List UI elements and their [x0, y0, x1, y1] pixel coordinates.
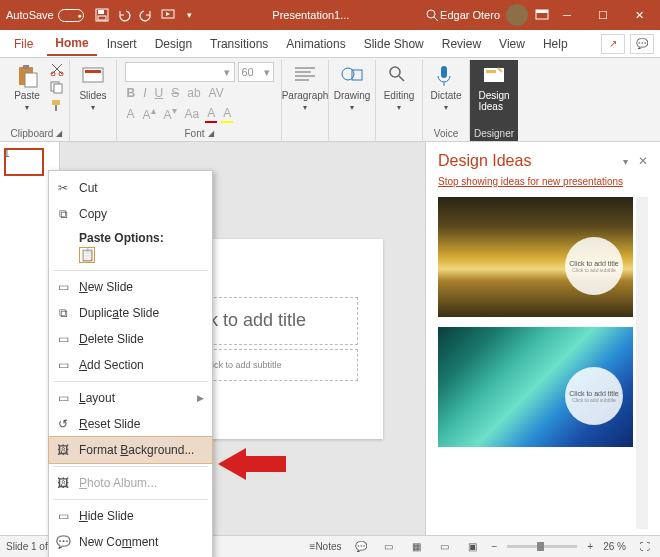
editing-button[interactable]: Editing▾ [380, 62, 418, 112]
change-case-button[interactable]: Aa [183, 106, 202, 122]
annotation-arrow [218, 444, 288, 484]
save-icon[interactable] [94, 7, 110, 23]
slide-thumbnail-1[interactable] [4, 148, 44, 176]
italic-button[interactable]: I [141, 85, 148, 101]
tab-view[interactable]: View [491, 33, 533, 55]
cm-hide-slide[interactable]: ▭Hide Slide [49, 503, 212, 529]
font-size-combo[interactable]: 60▾ [238, 62, 274, 82]
svg-line-26 [399, 76, 404, 81]
tab-file[interactable]: File [6, 33, 41, 55]
layout-icon: ▭ [55, 390, 71, 406]
cm-new-slide[interactable]: ▭New Slide [49, 274, 212, 300]
paste-options-label: Paste Options: [49, 227, 212, 245]
cm-copy[interactable]: ⧉Copy [49, 201, 212, 227]
format-bg-icon: 🖼 [55, 442, 71, 458]
notes-button[interactable]: ≡Notes [310, 541, 342, 552]
drawing-button[interactable]: Drawing▾ [333, 62, 371, 112]
zoom-out-icon[interactable]: − [492, 541, 498, 552]
group-clipboard: Paste ▾ Clipboard◢ [4, 60, 69, 141]
tab-transitions[interactable]: Transitions [202, 33, 276, 55]
minimize-button[interactable]: ─ [550, 0, 584, 30]
tab-slideshow[interactable]: Slide Show [356, 33, 432, 55]
scissors-icon: ✂ [55, 180, 71, 196]
svg-rect-15 [52, 100, 60, 105]
svg-rect-14 [54, 84, 62, 93]
ribbon-tabs: File Home Insert Design Transitions Anim… [0, 30, 660, 58]
redo-icon[interactable] [138, 7, 154, 23]
stop-showing-link[interactable]: Stop showing ideas for new presentations [438, 176, 648, 187]
scrollbar-thumb[interactable] [637, 197, 647, 267]
reading-view-icon[interactable]: ▭ [436, 540, 454, 554]
cut-icon[interactable] [49, 62, 65, 76]
design-suggestion-3[interactable] [438, 457, 633, 529]
comments-icon[interactable]: 💬 [352, 540, 370, 554]
normal-view-icon[interactable]: ▭ [380, 540, 398, 554]
slides-button[interactable]: Slides ▾ [74, 62, 112, 112]
shadow-button[interactable]: ab [185, 85, 202, 101]
ribbon-display-icon[interactable] [534, 7, 550, 23]
paragraph-icon [293, 64, 317, 88]
chevron-down-icon[interactable]: ▾ [623, 156, 628, 167]
bold-button[interactable]: B [125, 85, 138, 101]
share-icon[interactable]: ↗ [601, 34, 625, 54]
decrease-font-button[interactable]: A▾ [162, 104, 179, 123]
close-pane-icon[interactable]: ✕ [638, 154, 648, 168]
copy-icon[interactable] [49, 80, 65, 94]
font-name-combo[interactable]: ▾ [125, 62, 235, 82]
tab-animations[interactable]: Animations [278, 33, 353, 55]
reset-icon: ↺ [55, 416, 71, 432]
cm-new-comment[interactable]: 💬New Comment [49, 529, 212, 555]
clipboard-label: Clipboard [11, 128, 54, 139]
comments-icon[interactable]: 💬 [630, 34, 654, 54]
clear-format-button[interactable]: A [125, 106, 137, 122]
font-color-button[interactable]: A [205, 105, 217, 123]
cm-reset-slide[interactable]: ↺Reset Slide [49, 411, 212, 437]
zoom-level[interactable]: 26 % [603, 541, 626, 552]
undo-icon[interactable] [116, 7, 132, 23]
svg-rect-2 [98, 16, 106, 20]
cm-format-background[interactable]: 🖼Format Background... [49, 437, 212, 463]
maximize-button[interactable]: ☐ [586, 0, 620, 30]
paragraph-button[interactable]: Paragraph▾ [286, 62, 324, 112]
tab-help[interactable]: Help [535, 33, 576, 55]
dialog-launcher-icon[interactable]: ◢ [208, 129, 214, 138]
underline-button[interactable]: U [153, 85, 166, 101]
cm-add-section[interactable]: ▭Add Section [49, 352, 212, 378]
zoom-slider[interactable] [507, 545, 577, 548]
paste-option-icon[interactable]: 📋 [79, 247, 95, 263]
design-suggestion-2[interactable]: Click to add titleClick to add subtitle [438, 327, 633, 447]
highlight-button[interactable]: A [221, 105, 233, 123]
user-account[interactable]: Edgar Otero [440, 4, 528, 26]
autosave-toggle[interactable]: AutoSave ● [6, 9, 84, 22]
slideshow-view-icon[interactable]: ▣ [464, 540, 482, 554]
dictate-button[interactable]: Dictate▾ [427, 62, 465, 112]
tab-insert[interactable]: Insert [99, 33, 145, 55]
cm-cut[interactable]: ✂Cut [49, 175, 212, 201]
design-ideas-button[interactable]: DesignIdeas [475, 62, 513, 112]
fit-to-window-icon[interactable]: ⛶ [636, 540, 654, 554]
start-slideshow-icon[interactable] [160, 7, 176, 23]
paste-button[interactable]: Paste ▾ [8, 62, 46, 112]
svg-rect-18 [85, 70, 101, 73]
design-suggestion-1[interactable]: Click to add titleClick to add subtitle [438, 197, 633, 317]
zoom-in-icon[interactable]: + [587, 541, 593, 552]
cm-delete-slide[interactable]: ▭Delete Slide [49, 326, 212, 352]
tab-review[interactable]: Review [434, 33, 489, 55]
search-icon[interactable] [424, 7, 440, 23]
dialog-launcher-icon[interactable]: ◢ [56, 129, 62, 138]
format-painter-icon[interactable] [49, 98, 65, 112]
strike-button[interactable]: S [169, 85, 181, 101]
document-title: Presentation1... [198, 9, 424, 21]
tab-design[interactable]: Design [147, 33, 200, 55]
qat-dropdown-icon[interactable]: ▾ [182, 7, 198, 23]
slide-number: 1 [4, 148, 10, 159]
font-label: Font [184, 128, 204, 139]
char-spacing-button[interactable]: AV [207, 85, 226, 101]
sorter-view-icon[interactable]: ▦ [408, 540, 426, 554]
cm-duplicate-slide[interactable]: ⧉Duplicate Slide [49, 300, 212, 326]
cm-layout[interactable]: ▭Layout▶ [49, 385, 212, 411]
tab-home[interactable]: Home [47, 32, 96, 56]
increase-font-button[interactable]: A▴ [141, 104, 158, 123]
toggle-off-icon: ● [58, 9, 84, 22]
close-button[interactable]: ✕ [622, 0, 656, 30]
